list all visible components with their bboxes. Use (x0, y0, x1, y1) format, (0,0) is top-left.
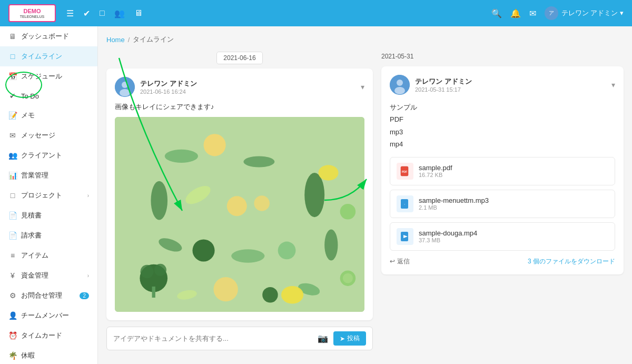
sidebar-item-message[interactable]: ✉ メッセージ (0, 125, 97, 145)
comment-actions: 📷 ➤ 投稿 (318, 331, 366, 346)
app-header: DEMO TELEONELUS ☰ ✔ □ 👥 🖥 🔍 🔔 ✉ ア テレワン ア… (0, 0, 632, 26)
right-date-label: 2021-05-31 (381, 53, 624, 60)
sidebar-label-finance: 資金管理 (21, 271, 48, 280)
comment-input[interactable] (113, 335, 313, 342)
mp4-icon (397, 228, 413, 245)
right-post-username: テレワン アドミン (415, 77, 611, 86)
post-expand-icon[interactable]: ▾ (361, 83, 364, 91)
svg-point-3 (120, 89, 130, 96)
file-item-mp4[interactable]: sample-douga.mp4 37.3 MB (390, 222, 615, 251)
post-image (115, 117, 364, 312)
finance-icon: ¥ (8, 271, 17, 280)
timecard-icon: ⏰ (8, 331, 17, 340)
timeline-wrapper: 2021-06-16 テレワン アドミン 2 (106, 53, 624, 350)
user-menu[interactable]: ア テレワン アドミン ▾ (545, 6, 624, 20)
submit-arrow-icon: ➤ (340, 335, 345, 342)
sidebar-item-estimate[interactable]: 📄 見積書 (0, 205, 97, 225)
svg-point-11 (227, 196, 247, 216)
sidebar-label-vacation: 休暇 (21, 351, 35, 360)
right-post-user-info: テレワン アドミン 2021-05-31 15:17 (415, 77, 611, 93)
submit-label: 投稿 (347, 334, 360, 343)
file-item-mp3[interactable]: ♪ sample-menuettm.mp3 2.1 MB (390, 190, 615, 218)
sidebar-item-todo[interactable]: ✔ To Do (0, 86, 97, 105)
svg-rect-26 (152, 287, 155, 298)
sidebar-label-schedule: スケジュール (21, 72, 62, 81)
check-icon[interactable]: ✔ (83, 8, 90, 18)
sidebar-item-schedule[interactable]: 📅 スケジュール (0, 66, 97, 86)
svg-point-6 (204, 134, 226, 156)
sidebar-item-finance[interactable]: ¥ 資金管理 › (0, 265, 97, 286)
sidebar-item-timecard[interactable]: ⏰ タイムカード (0, 326, 97, 346)
sidebar-label-message: メッセージ (21, 131, 55, 140)
sidebar-item-client[interactable]: 👥 クライアント (0, 145, 97, 165)
project-icon: □ (8, 191, 17, 200)
breadcrumb-separator: / (128, 36, 130, 44)
project-arrow: › (87, 193, 89, 199)
items-icon: ≡ (8, 251, 17, 260)
contact-icon: ⚙ (8, 291, 17, 300)
user-avatar-small: ア (545, 6, 558, 20)
sidebar-item-team[interactable]: 👤 チームメンバー (0, 306, 97, 326)
sidebar-item-dashboard[interactable]: 🖥 ダッシュボード (0, 26, 97, 46)
sidebar-label-contact: お問合せ管理 (21, 291, 62, 300)
search-icon[interactable]: 🔍 (491, 8, 502, 18)
sidebar-label-timecard: タイムカード (21, 331, 62, 340)
monitor-icon[interactable]: 🖥 (134, 8, 143, 18)
sidebar-item-project[interactable]: □ プロジェクト › (0, 185, 97, 205)
svg-point-9 (151, 181, 167, 220)
svg-point-7 (243, 156, 274, 167)
sidebar-label-project: プロジェクト (21, 191, 62, 200)
logo-sub: TELEONELUS (20, 15, 44, 18)
user-name-label: テレワン アドミン ▾ (561, 8, 624, 18)
sidebar-item-sales[interactable]: 📊 営業管理 (0, 165, 97, 185)
sidebar-item-contact[interactable]: ⚙ お問合せ管理 2 (0, 286, 97, 306)
svg-point-29 (340, 204, 355, 219)
mp4-file-size: 37.3 MB (419, 237, 608, 243)
todo-icon: ✔ (8, 92, 17, 100)
invoice-icon: 📄 (8, 231, 17, 240)
svg-text:PDF: PDF (402, 170, 407, 173)
file-item-pdf[interactable]: PDF sample.pdf 16.72 KB (390, 157, 615, 185)
document-icon[interactable]: □ (100, 8, 105, 18)
submit-button[interactable]: ➤ 投稿 (333, 331, 366, 346)
bell-icon[interactable]: 🔔 (510, 8, 521, 18)
users-icon[interactable]: 👥 (114, 8, 125, 18)
comment-input-area: 📷 ➤ 投稿 (106, 327, 373, 350)
team-icon: 👤 (8, 311, 17, 320)
svg-point-30 (281, 286, 303, 304)
reply-button[interactable]: ↩ 返信 (390, 257, 410, 266)
sales-icon: 📊 (8, 171, 17, 180)
sidebar-label-dashboard: ダッシュボード (21, 32, 69, 41)
sidebar-item-vacation[interactable]: 🌴 休暇 (0, 346, 97, 364)
mp3-icon: ♪ (397, 195, 413, 212)
sidebar-item-invoice[interactable]: 📄 請求書 (0, 225, 97, 245)
breadcrumb-home[interactable]: Home (106, 36, 125, 44)
menu-icon[interactable]: ☰ (66, 8, 74, 18)
mp4-file-info: sample-douga.mp4 37.3 MB (419, 229, 608, 243)
memo-icon: 📝 (8, 111, 17, 120)
download-all-link[interactable]: 3 個のファイルをダウンロード (528, 257, 615, 266)
svg-point-25 (154, 264, 166, 276)
sidebar-label-todo: To Do (21, 92, 39, 100)
sidebar-item-timeline[interactable]: □ タイムライン (0, 46, 97, 66)
sidebar-label-items: アイテム (21, 251, 48, 260)
svg-point-12 (254, 195, 269, 211)
svg-point-5 (165, 150, 198, 163)
sidebar-label-estimate: 見積書 (21, 211, 42, 220)
right-post-expand-icon[interactable]: ▾ (611, 81, 615, 89)
sidebar-item-memo[interactable]: 📝 メモ (0, 105, 97, 125)
post-header: テレワン アドミン 2021-06-16 16:24 ▾ (115, 77, 364, 97)
svg-point-2 (122, 82, 128, 88)
contact-badge: 2 (80, 292, 89, 299)
post-content: 画像もキレイにシェアできます♪ (115, 102, 364, 112)
mp3-file-info: sample-menuettm.mp3 2.1 MB (419, 196, 608, 211)
sidebar-label-client: クライアント (21, 151, 62, 160)
camera-icon[interactable]: 📷 (318, 333, 328, 343)
logo-text: DEMO (20, 8, 44, 14)
mail-icon[interactable]: ✉ (529, 8, 536, 18)
sidebar-item-items[interactable]: ≡ アイテム (0, 245, 97, 265)
timeline-icon: □ (8, 52, 17, 61)
header-right: 🔍 🔔 ✉ ア テレワン アドミン ▾ (491, 6, 624, 20)
sidebar-label-team: チームメンバー (21, 311, 69, 320)
text-line-1: サンプル (390, 101, 615, 113)
